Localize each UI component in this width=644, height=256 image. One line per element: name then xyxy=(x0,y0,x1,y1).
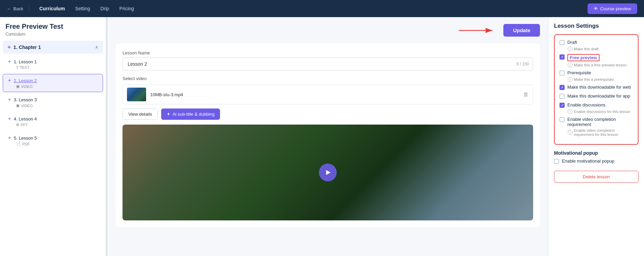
video-completion-info-icon: i xyxy=(568,130,572,135)
discussions-hint: i Enable discussions for this lesson xyxy=(568,109,633,114)
lesson-type-icon-2: ▣ xyxy=(16,84,20,89)
lesson-item-5[interactable]: + 5. Lesson 5 📄 PDF xyxy=(3,131,103,150)
lesson-drag-icon-5: + xyxy=(8,135,11,141)
lesson-type-icon-3: ▣ xyxy=(16,103,20,108)
downloadable-app-row: Make this downloadable for app xyxy=(559,93,633,99)
lesson-type-label-2: VIDEO xyxy=(21,85,33,89)
free-preview-info-icon: i xyxy=(568,63,572,67)
downloadable-app-checkbox[interactable] xyxy=(559,94,565,99)
downloadable-web-label: Make this downloadable for web xyxy=(567,85,631,90)
draft-info-icon: i xyxy=(568,47,572,51)
delete-lesson-button[interactable]: Delete lesson xyxy=(554,171,639,183)
ai-subtitle-label: Ai sub-title & dubbing xyxy=(172,112,215,117)
lesson-drag-icon: + xyxy=(8,59,11,65)
lesson-item-active[interactable]: + 2. Lesson 2 ▣ VIDEO xyxy=(3,74,103,92)
back-arrow-icon: ← xyxy=(7,6,11,11)
draft-setting-row: Draft xyxy=(559,40,633,45)
motivational-title: Motivational popup xyxy=(554,150,639,156)
arrow-indicator xyxy=(455,25,497,36)
lesson-form: Lesson Name 8 / 150 Select video 10MB-st… xyxy=(116,43,540,227)
free-preview-setting-row: Free preview xyxy=(559,54,633,61)
back-button[interactable]: ← Back xyxy=(7,6,29,11)
discussions-row: Enable discussions xyxy=(559,102,633,108)
video-preview xyxy=(123,125,533,220)
lesson-item-3[interactable]: + 3. Lesson 3 ▣ VIDEO xyxy=(3,93,103,111)
preview-label: Course preview xyxy=(600,6,631,11)
discussions-info-icon: i xyxy=(568,109,572,114)
chapter-chevron-icon: ∧ xyxy=(95,45,98,50)
main-content: Update Lesson Name 8 / 150 Select video … xyxy=(107,17,548,256)
select-video-label: Select video xyxy=(123,76,533,81)
video-thumbnail xyxy=(127,88,146,101)
downloadable-web-row: Make this downloadable for web xyxy=(559,85,633,90)
video-completion-hint: i Enable video completion requirement fo… xyxy=(568,128,633,137)
sidebar: Free Preview Test Curriculum + 1. Chapte… xyxy=(0,17,106,256)
video-info: 10MB-stu-3.mp4 xyxy=(127,88,183,101)
video-row: 10MB-stu-3.mp4 🗑 xyxy=(123,85,533,104)
play-button[interactable] xyxy=(319,164,337,181)
ai-icon: ✦ xyxy=(167,112,170,117)
lesson-item-4[interactable]: + 4. Lesson 4 ⊞ PPT xyxy=(3,112,103,130)
lesson-name-5: 5. Lesson 5 xyxy=(14,136,37,141)
view-details-button[interactable]: View details xyxy=(123,108,158,120)
lesson-drag-icon-2: + xyxy=(8,77,11,84)
update-button[interactable]: Update xyxy=(503,24,540,37)
nav-drip[interactable]: Drip xyxy=(100,6,109,11)
sidebar-subtitle: Curriculum xyxy=(0,32,106,41)
lesson-settings-title: Lesson Settings xyxy=(554,23,639,29)
lesson-name-input[interactable] xyxy=(123,57,533,71)
ai-subtitle-button[interactable]: ✦ Ai sub-title & dubbing xyxy=(161,108,220,120)
video-overlay xyxy=(123,125,533,220)
downloadable-web-checkbox[interactable] xyxy=(559,85,565,90)
char-count: 8 / 150 xyxy=(516,62,529,66)
discussions-label: Enable discussions xyxy=(567,102,605,107)
course-preview-button[interactable]: 👁 Course preview xyxy=(588,3,637,14)
lesson-name-label: Lesson Name xyxy=(123,50,533,55)
lesson-type-icon-5: 📄 xyxy=(16,142,21,146)
free-preview-hint: i Make this a free preview lesson xyxy=(568,63,633,67)
lesson-item[interactable]: + 1. Lesson 1 T TEXT xyxy=(3,55,103,73)
downloadable-app-label: Make this downloadable for app xyxy=(567,93,630,99)
lesson-type-icon: T xyxy=(16,65,18,69)
back-label: Back xyxy=(13,6,23,11)
nav-setting[interactable]: Setting xyxy=(75,6,90,11)
play-icon xyxy=(324,169,331,176)
discussions-checkbox[interactable] xyxy=(559,103,565,108)
motivational-section: Motivational popup Enable motivational p… xyxy=(554,150,639,164)
lesson-type-icon-4: ⊞ xyxy=(16,123,19,127)
lesson-drag-icon-3: + xyxy=(8,97,11,103)
video-completion-label: Enable video completion requirement xyxy=(567,117,633,127)
prerequisite-setting-row: Prerequisite xyxy=(559,70,633,76)
motivational-label: Enable motivational popup xyxy=(562,158,614,164)
prerequisite-info-icon: i xyxy=(568,77,572,82)
prerequisite-checkbox[interactable] xyxy=(559,71,565,76)
top-navigation: ← Back Curriculum Setting Drip Pricing 👁… xyxy=(0,0,644,17)
motivational-checkbox[interactable] xyxy=(554,159,559,164)
free-preview-label: Free preview xyxy=(567,54,600,61)
lesson-drag-icon-4: + xyxy=(8,116,11,122)
nav-pricing[interactable]: Pricing xyxy=(119,6,134,11)
lesson-type-label: TEXT xyxy=(20,65,29,69)
lesson-type-label-5: PDF xyxy=(22,142,30,146)
prerequisite-hint: i Make this a prerequisite xyxy=(568,77,633,82)
video-completion-checkbox[interactable] xyxy=(559,117,565,122)
delete-video-icon[interactable]: 🗑 xyxy=(523,91,529,98)
update-row: Update xyxy=(116,24,540,37)
draft-label: Draft xyxy=(567,40,577,45)
video-completion-row: Enable video completion requirement xyxy=(559,117,633,127)
chapter-plus-icon: + xyxy=(8,44,11,50)
red-arrow-icon xyxy=(455,25,497,36)
lesson-name-3: 3. Lesson 3 xyxy=(14,97,37,102)
video-filename: 10MB-stu-3.mp4 xyxy=(150,92,183,97)
chapter-header[interactable]: + 1. Chapter 1 ∧ xyxy=(3,41,103,54)
video-action-buttons: View details ✦ Ai sub-title & dubbing xyxy=(123,108,533,120)
nav-curriculum[interactable]: Curriculum xyxy=(39,6,65,11)
settings-box: Draft i Make this draft Free preview i M… xyxy=(554,34,639,145)
course-title: Free Preview Test xyxy=(0,23,106,32)
lesson-type-label-3: VIDEO xyxy=(21,104,33,108)
lesson-settings-panel: Lesson Settings Draft i Make this draft … xyxy=(548,17,644,256)
draft-checkbox[interactable] xyxy=(559,40,565,45)
lesson-type-label-4: PPT xyxy=(21,123,28,127)
free-preview-checkbox[interactable] xyxy=(559,54,565,60)
lesson-name-active: 2. Lesson 2 xyxy=(14,78,37,83)
